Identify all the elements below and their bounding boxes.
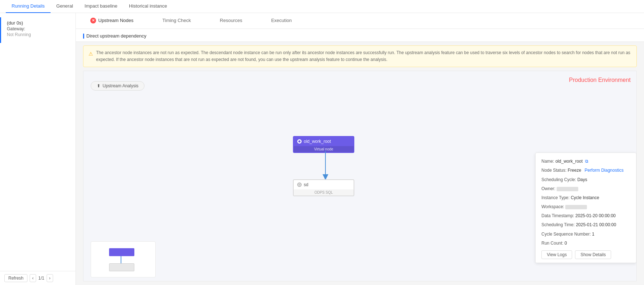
node-circle-gray-icon (297, 183, 302, 187)
graph-canvas: ⬆ Upstream Analysis Production Environme… (83, 71, 637, 281)
tab-impact-baseline[interactable]: Impact baseline (79, 0, 123, 13)
content-area: ✕ Upstream Nodes Timing Check Resources … (76, 13, 644, 285)
detail-run-count-val: 0 (565, 241, 567, 246)
main-body: (dur 0s) Gateway: Not Running Refresh ‹ … (0, 13, 644, 285)
detail-sched-cycle-row: Scheduling Cycle: Days (541, 176, 630, 183)
detail-sched-time-val: 2025-01-21 00:00:00 (576, 222, 616, 227)
upstream-analysis-button[interactable]: ⬆ Upstream Analysis (91, 81, 144, 91)
detail-instance-type-row: Instance Type: Cycle Instance (541, 194, 630, 201)
error-icon: ✕ (90, 18, 96, 23)
sub-tab-timing-check[interactable]: Timing Check (148, 13, 206, 29)
warning-icon: ⚠ (88, 50, 93, 63)
detail-instance-type-val: Cycle Instance (571, 195, 599, 200)
detail-sched-cycle-val: Days (577, 177, 587, 182)
nav-prev-button[interactable]: ‹ (30, 274, 36, 282)
dependency-label: Direct upstream dependency (83, 33, 637, 39)
detail-panel: Name: old_work_root ⧉ Node Status: Freez… (535, 153, 636, 263)
detail-cycle-seq-val: 1 (592, 232, 595, 237)
mini-map (91, 241, 156, 277)
detail-name-val: old_work_root (556, 159, 583, 164)
detail-data-ts-row: Data Timestamp: 2025-01-20 00:00:00 (541, 212, 630, 219)
dependency-section: Direct upstream dependency (76, 29, 644, 42)
tab-running-details[interactable]: Running Details (6, 0, 51, 13)
detail-workspace-val (565, 205, 587, 209)
app-container: Running Details General Impact baseline … (0, 0, 644, 285)
sidebar-dur: (dur 0s) (7, 20, 70, 26)
left-sidebar: (dur 0s) Gateway: Not Running Refresh ‹ … (0, 13, 76, 285)
top-tab-bar: Running Details General Impact baseline … (0, 0, 644, 13)
detail-status-val: Freeze (568, 168, 581, 173)
detail-run-count-row: Run Count: 0 (541, 240, 630, 247)
detail-workspace-row: Workspace: (541, 203, 630, 210)
production-label: Production Environment (569, 77, 631, 83)
arrow-svg (322, 151, 329, 180)
view-logs-button[interactable]: View Logs (541, 250, 572, 259)
show-details-button[interactable]: Show Details (575, 250, 611, 259)
diagnose-link[interactable]: Perform Diagnostics (584, 168, 623, 173)
sidebar-gateway-label: Gateway: (7, 26, 70, 31)
sidebar-node-info: (dur 0s) Gateway: Not Running (0, 17, 75, 43)
refresh-button[interactable]: Refresh (4, 274, 27, 282)
detail-data-ts-val: 2025-01-20 00:00:00 (575, 213, 615, 218)
detail-owner-row: Owner: (541, 185, 630, 192)
copy-icon[interactable]: ⧉ (585, 159, 588, 164)
node-name: old_work_root (304, 139, 331, 144)
node-sd-name: sd (304, 182, 308, 187)
sub-tab-resources[interactable]: Resources (206, 13, 257, 29)
detail-name-row: Name: old_work_root ⧉ (541, 158, 630, 165)
tab-general[interactable]: General (51, 0, 79, 13)
sidebar-status: Not Running (7, 32, 70, 37)
detail-status-row: Node Status: Freeze Perform Diagnostics (541, 167, 630, 174)
tab-historical-instance[interactable]: Historical instance (123, 0, 173, 13)
detail-sched-time-row: Scheduling Time: 2025-01-21 00:00:00 (541, 222, 630, 228)
node-circle-icon (297, 139, 302, 144)
sub-tab-upstream-nodes[interactable]: ✕ Upstream Nodes (76, 13, 148, 29)
node-sd[interactable]: sd ODPS SQL (293, 179, 354, 196)
node-type: Virtual node (294, 146, 354, 152)
nav-next-button[interactable]: › (47, 274, 53, 282)
warning-text: The ancestor node instances are not run … (96, 49, 631, 63)
detail-cycle-seq-row: Cycle Sequence Number: 1 (541, 231, 630, 238)
sub-tab-bar: ✕ Upstream Nodes Timing Check Resources … (76, 13, 644, 29)
detail-owner-val (557, 187, 578, 191)
warning-banner: ⚠ The ancestor node instances are not ru… (83, 45, 637, 67)
page-indicator: 1/1 (38, 276, 44, 281)
upload-icon: ⬆ (97, 83, 100, 88)
node-sd-type: ODPS SQL (294, 189, 354, 196)
node-old-work-root[interactable]: old_work_root Virtual node (293, 136, 354, 153)
sidebar-bottom: Refresh ‹ 1/1 › (0, 271, 75, 285)
sub-tab-execution[interactable]: Execution (257, 13, 306, 29)
detail-actions: View Logs Show Details (541, 250, 630, 259)
